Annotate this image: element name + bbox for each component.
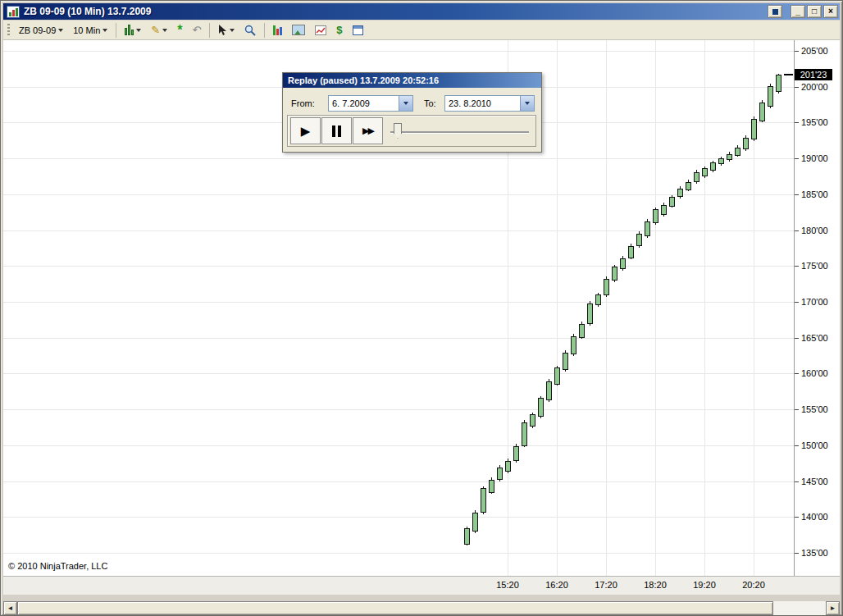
- cursor-icon: [218, 25, 227, 36]
- price-tick-label: 200'00: [801, 82, 828, 92]
- price-tick-label: 190'00: [801, 153, 828, 163]
- candle: [628, 246, 634, 258]
- time-gridline: [655, 40, 656, 576]
- to-label: To:: [424, 98, 436, 108]
- price-axis[interactable]: 201'23 205'00200'00195'00190'00185'00180…: [794, 40, 840, 576]
- replay-speed-slider-thumb[interactable]: [394, 123, 402, 139]
- zoom-button[interactable]: [240, 22, 260, 39]
- price-tick-mark: [795, 51, 799, 52]
- pause-button[interactable]: [321, 117, 352, 144]
- candle: [686, 182, 691, 190]
- candle: [505, 461, 511, 472]
- copyright-text: © 2010 NinjaTrader, LLC: [8, 561, 107, 571]
- horizontal-scrollbar[interactable]: ◄ ►: [3, 601, 840, 615]
- app-icon: [7, 6, 20, 18]
- toolbar-separator: [209, 23, 210, 38]
- toolbar-separator: [116, 23, 116, 38]
- candle: [776, 75, 781, 92]
- time-tick-label: 15:20: [496, 580, 519, 590]
- instrument-link-button[interactable]: [768, 5, 782, 18]
- candle: [694, 172, 699, 182]
- price-gridline: [3, 338, 794, 339]
- price-tick-mark: [795, 517, 799, 518]
- chevron-down-icon: [136, 29, 141, 32]
- play-button[interactable]: ▶: [290, 117, 321, 144]
- candle: [464, 528, 470, 544]
- chevron-down-icon: [103, 29, 107, 32]
- price-gridline: [3, 553, 794, 554]
- price-gridline: [3, 517, 794, 518]
- title-bar[interactable]: ZB 09-09 (10 Min) 13.7.2009 _ □ ×: [3, 3, 840, 20]
- candle: [513, 446, 519, 461]
- candlestick-icon: [125, 25, 134, 35]
- candle: [645, 221, 650, 236]
- from-dropdown-button[interactable]: [399, 96, 412, 111]
- candle: [472, 513, 478, 532]
- price-tick-label: 170'00: [801, 297, 828, 307]
- snapshot-button[interactable]: [288, 22, 309, 39]
- bars-arrows-icon: [273, 25, 282, 35]
- price-tick-mark: [795, 409, 799, 410]
- chevron-down-icon: [162, 29, 167, 32]
- maximize-button[interactable]: □: [807, 5, 822, 18]
- line-chart-icon: [315, 25, 326, 35]
- pause-icon: [332, 125, 341, 137]
- price-tick-mark: [795, 553, 799, 554]
- last-price-badge: 201'23: [795, 69, 832, 80]
- time-tick-label: 20:20: [742, 580, 765, 590]
- fast-forward-button[interactable]: ▶▶: [353, 117, 383, 144]
- toolbar-grip[interactable]: [7, 24, 10, 37]
- add-indicator-button[interactable]: *: [173, 22, 186, 39]
- interval-selector[interactable]: 10 Min: [69, 22, 112, 39]
- drawing-tools-button[interactable]: ✎: [147, 22, 171, 39]
- price-tick-mark: [795, 194, 799, 195]
- account-performance-button[interactable]: $: [332, 22, 346, 39]
- close-button[interactable]: ×: [823, 5, 838, 18]
- price-gridline: [3, 194, 794, 195]
- chart-properties-button[interactable]: [311, 22, 330, 39]
- candle: [710, 162, 716, 171]
- replay-dialog-titlebar[interactable]: Replay (paused) 13.7.2009 20:52:16: [283, 73, 541, 88]
- chevron-down-icon: [58, 29, 63, 32]
- price-gridline: [3, 158, 794, 159]
- price-tick-mark: [795, 122, 799, 123]
- candle: [522, 422, 527, 446]
- time-axis[interactable]: 15:2016:2017:2018:2019:2020:20: [3, 576, 840, 595]
- from-label: From:: [291, 98, 315, 108]
- from-date-combobox[interactable]: 6. 7.2009: [328, 95, 413, 112]
- chevron-down-icon: [403, 102, 408, 105]
- price-tick-mark: [795, 266, 799, 267]
- time-tick-label: 17:20: [595, 580, 617, 590]
- panel-icon: [353, 25, 363, 35]
- fast-forward-icon: ▶▶: [362, 125, 373, 136]
- scrollbar-thumb[interactable]: [17, 601, 773, 615]
- candle: [636, 234, 642, 246]
- to-date-combobox[interactable]: 23. 8.2010: [444, 95, 535, 112]
- candle: [620, 258, 626, 269]
- cursor-mode-button[interactable]: [214, 22, 239, 39]
- toolbar-separator: [264, 23, 265, 38]
- link-icon: [772, 9, 778, 15]
- candle: [546, 381, 552, 400]
- replay-speed-slider-track[interactable]: [390, 131, 529, 133]
- scroll-right-button[interactable]: ►: [826, 601, 840, 615]
- candle: [661, 205, 667, 215]
- chart-trader-button[interactable]: [349, 22, 367, 39]
- magnifier-icon: [244, 25, 256, 36]
- candle: [604, 279, 609, 295]
- chart-style-button[interactable]: [121, 22, 145, 39]
- data-series-button[interactable]: [269, 22, 286, 39]
- scroll-left-button[interactable]: ◄: [3, 601, 17, 615]
- price-tick-label: 150'00: [801, 440, 828, 450]
- undo-drawing-button[interactable]: ↶: [188, 22, 205, 39]
- last-price-marker: [784, 74, 793, 75]
- price-tick-mark: [795, 302, 799, 303]
- candle: [538, 398, 544, 417]
- instrument-selector[interactable]: ZB 09-09: [15, 22, 67, 39]
- candle: [497, 468, 503, 480]
- price-gridline: [3, 266, 794, 267]
- candle: [612, 267, 617, 281]
- candle: [554, 367, 560, 384]
- minimize-button[interactable]: _: [791, 5, 805, 18]
- to-dropdown-button[interactable]: [520, 96, 534, 111]
